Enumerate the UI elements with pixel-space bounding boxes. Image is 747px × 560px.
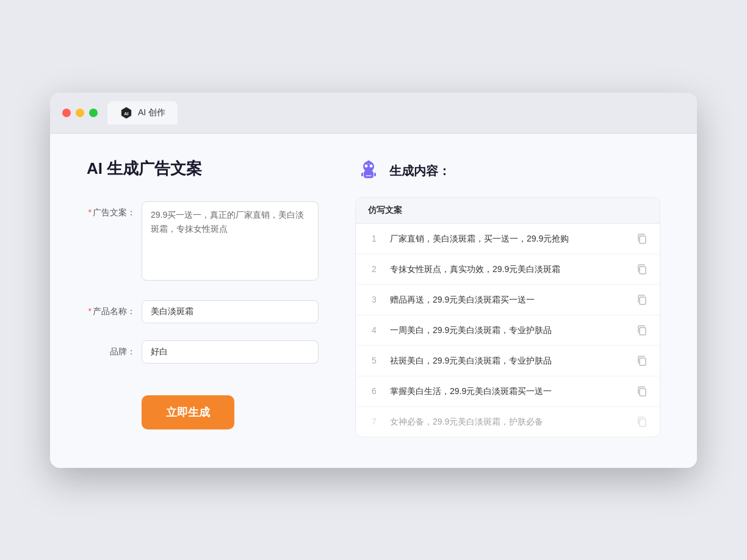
close-button[interactable]: [62, 109, 71, 117]
result-num: 3: [368, 295, 380, 304]
browser-window: AI AI 创作 AI 生成广告文案 *广告文案： 29.9买一送一，真正的厂家…: [50, 93, 697, 468]
result-num: 6: [368, 386, 380, 396]
result-card: 仿写文案 1 厂家直销，美白淡斑霜，买一送一，29.9元抢购 2 专抹女性斑点，…: [355, 197, 660, 437]
copy-icon[interactable]: [637, 294, 648, 305]
product-name-wrap: [142, 300, 319, 323]
result-item: 7 女神必备，29.9元美白淡斑霜，护肤必备: [356, 407, 660, 437]
ad-copy-required: *: [88, 207, 92, 217]
copy-icon[interactable]: [637, 233, 648, 244]
result-num: 2: [368, 264, 380, 274]
svg-rect-17: [640, 419, 646, 426]
maximize-button[interactable]: [89, 109, 98, 117]
browser-content: AI 生成广告文案 *广告文案： 29.9买一送一，真正的厂家直销，美白淡斑霜，…: [50, 134, 697, 468]
page-title: AI 生成广告文案: [87, 158, 319, 179]
result-list: 1 厂家直销，美白淡斑霜，买一送一，29.9元抢购 2 专抹女性斑点，真实功效，…: [356, 224, 660, 437]
result-text: 女神必备，29.9元美白淡斑霜，护肤必备: [390, 415, 627, 428]
svg-rect-16: [640, 389, 646, 396]
generate-button[interactable]: 立即生成: [142, 395, 234, 429]
ai-tab[interactable]: AI AI 创作: [107, 101, 178, 124]
brand-label: 品牌：: [87, 340, 135, 357]
product-name-label: *产品名称：: [87, 300, 135, 317]
svg-rect-12: [640, 267, 646, 274]
left-panel: AI 生成广告文案 *广告文案： 29.9买一送一，真正的厂家直销，美白淡斑霜，…: [87, 158, 319, 437]
svg-point-5: [370, 164, 373, 167]
minimize-button[interactable]: [76, 109, 84, 117]
robot-icon: [355, 158, 382, 185]
right-title: 生成内容：: [389, 163, 450, 179]
result-item: 3 赠品再送，29.9元美白淡斑霜买一送一: [356, 285, 660, 315]
svg-rect-9: [374, 173, 376, 176]
copy-icon[interactable]: [637, 386, 648, 397]
svg-rect-11: [640, 236, 646, 243]
result-item: 2 专抹女性斑点，真实功效，29.9元美白淡斑霜: [356, 254, 660, 285]
right-header: 生成内容：: [355, 158, 660, 185]
svg-rect-3: [364, 171, 374, 178]
result-text: 专抹女性斑点，真实功效，29.9元美白淡斑霜: [390, 263, 627, 276]
right-panel: 生成内容： 仿写文案 1 厂家直销，美白淡斑霜，买一送一，29.9元抢购 2 专…: [355, 158, 660, 437]
copy-icon[interactable]: [637, 264, 648, 275]
result-num: 7: [368, 417, 380, 426]
result-text: 祛斑美白，29.9元美白淡斑霜，专业护肤品: [390, 354, 627, 367]
ai-tab-icon: AI: [120, 106, 133, 120]
svg-rect-13: [640, 297, 646, 304]
result-num: 4: [368, 325, 380, 335]
copy-icon[interactable]: [637, 325, 648, 336]
result-num: 5: [368, 356, 380, 365]
svg-point-4: [365, 164, 368, 167]
result-item: 6 掌握美白生活，29.9元美白淡斑霜买一送一: [356, 376, 660, 407]
ad-copy-label: *广告文案：: [87, 201, 135, 218]
browser-titlebar: AI AI 创作: [50, 93, 697, 134]
svg-rect-15: [640, 358, 646, 365]
result-num: 1: [368, 234, 380, 243]
result-text: 厂家直销，美白淡斑霜，买一送一，29.9元抢购: [390, 232, 627, 245]
svg-rect-14: [640, 328, 646, 335]
svg-text:AI: AI: [124, 110, 128, 116]
svg-rect-10: [366, 175, 372, 176]
result-item: 5 祛斑美白，29.9元美白淡斑霜，专业护肤品: [356, 346, 660, 376]
copy-icon[interactable]: [637, 416, 648, 427]
result-card-header: 仿写文案: [356, 198, 660, 224]
result-text: 掌握美白生活，29.9元美白淡斑霜买一送一: [390, 385, 627, 398]
tab-label: AI 创作: [138, 107, 165, 118]
copy-icon[interactable]: [637, 355, 648, 366]
brand-input[interactable]: [142, 340, 319, 364]
result-item: 1 厂家直销，美白淡斑霜，买一送一，29.9元抢购: [356, 224, 660, 254]
result-text: 一周美白，29.9元美白淡斑霜，专业护肤品: [390, 324, 627, 337]
result-text: 赠品再送，29.9元美白淡斑霜买一送一: [390, 293, 627, 306]
ad-copy-group: *广告文案： 29.9买一送一，真正的厂家直销，美白淡斑霜，专抹女性斑点: [87, 201, 319, 283]
ad-copy-wrap: 29.9买一送一，真正的厂家直销，美白淡斑霜，专抹女性斑点: [142, 201, 319, 283]
brand-wrap: [142, 340, 319, 364]
product-name-required: *: [88, 306, 92, 316]
svg-point-7: [367, 160, 370, 163]
traffic-lights: [62, 109, 98, 117]
svg-rect-8: [361, 173, 363, 176]
product-name-group: *产品名称：: [87, 300, 319, 323]
result-item: 4 一周美白，29.9元美白淡斑霜，专业护肤品: [356, 315, 660, 346]
ad-copy-input[interactable]: 29.9买一送一，真正的厂家直销，美白淡斑霜，专抹女性斑点: [142, 201, 319, 281]
brand-group: 品牌：: [87, 340, 319, 364]
product-name-input[interactable]: [142, 300, 319, 323]
